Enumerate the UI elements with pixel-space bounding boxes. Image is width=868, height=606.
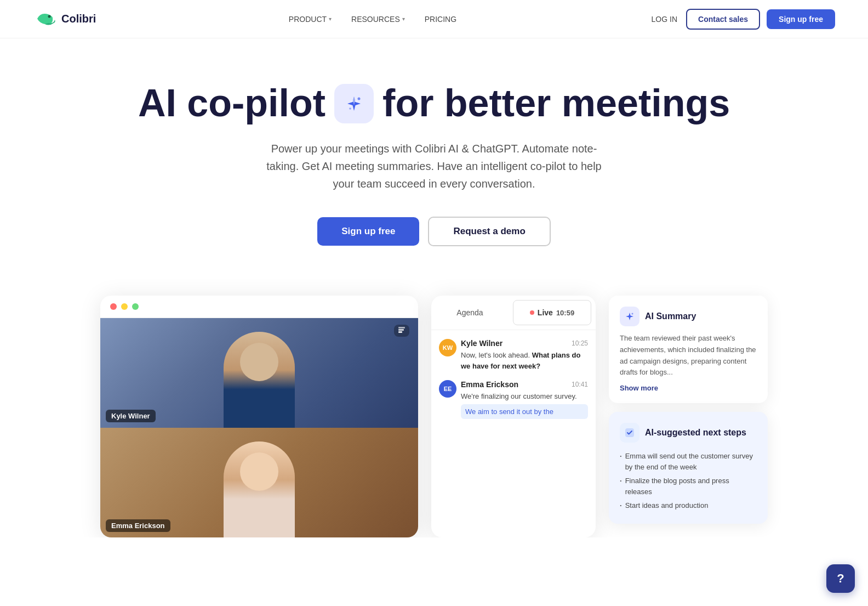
navbar: Colibri PRODUCT ▾ RESOURCES ▾ PRICING LO…	[0, 0, 868, 38]
hero-subtitle: Power up your meetings with Colibri AI &…	[259, 140, 609, 192]
meeting-video-card: Kyle Wilner Emma Erickson	[100, 296, 418, 537]
nav-actions: LOG IN Contact sales Sign up free	[649, 9, 835, 30]
logo-icon	[33, 9, 57, 30]
step-1: Emma will send out the customer survey b…	[620, 449, 757, 474]
hero-buttons: Sign up free Request a demo	[317, 217, 551, 246]
svg-point-1	[358, 97, 361, 100]
svg-point-3	[632, 313, 633, 315]
demo-section: Kyle Wilner Emma Erickson Agenda Live 10…	[0, 279, 868, 537]
logo[interactable]: Colibri	[33, 9, 96, 30]
kyle-label: Kyle Wilner	[106, 410, 156, 422]
transcript-message-emma: EE Emma Erickson 10:41 We're finalizing …	[439, 380, 588, 419]
transcript-message-kyle: KW Kyle Wilner 10:25 Now, let's look ahe…	[439, 339, 588, 371]
resources-chevron: ▾	[402, 16, 405, 22]
step-2: Finalize the blog posts and press releas…	[620, 474, 757, 499]
brand-name: Colibri	[61, 13, 96, 25]
ai-summary-title: AI Summary	[645, 312, 696, 321]
ai-steps-header: AI-suggested next steps	[620, 423, 757, 443]
login-button[interactable]: LOG IN	[649, 10, 679, 28]
dot-red	[110, 303, 117, 310]
svg-point-2	[349, 107, 351, 110]
ai-summary-icon	[620, 307, 639, 326]
tab-live[interactable]: Live 10:59	[513, 300, 591, 325]
emma-message-text: We're finalizing our customer survey.	[461, 391, 588, 402]
kyle-avatar: KW	[439, 339, 456, 356]
contact-sales-button[interactable]: Contact sales	[686, 9, 760, 30]
transcript-header: Agenda Live 10:59	[431, 296, 596, 330]
request-demo-button[interactable]: Request a demo	[428, 217, 550, 246]
ai-sparkle-badge	[334, 84, 374, 123]
kyle-time: 10:25	[572, 339, 588, 347]
tab-agenda[interactable]: Agenda	[431, 301, 509, 325]
ai-panels: AI Summary The team reviewed their past …	[609, 296, 768, 537]
kyle-video-tile: Kyle Wilner	[100, 318, 418, 428]
nav-product[interactable]: PRODUCT ▾	[289, 15, 332, 24]
emma-video-tile: Emma Erickson	[100, 428, 418, 537]
ai-summary-header: AI Summary	[620, 307, 757, 326]
kyle-name: Kyle Wilner	[461, 339, 502, 348]
emma-avatar: EE	[439, 380, 456, 398]
ai-summary-panel: AI Summary The team reviewed their past …	[609, 296, 768, 403]
nav-links: PRODUCT ▾ RESOURCES ▾ PRICING	[289, 15, 456, 24]
signup-hero-button[interactable]: Sign up free	[317, 217, 419, 246]
card-header	[100, 296, 418, 318]
kyle-message-text: Now, let's look ahead. What plans do we …	[461, 350, 588, 371]
dot-green	[132, 303, 139, 310]
emma-label: Emma Erickson	[106, 519, 170, 532]
emma-name: Emma Erickson	[461, 380, 518, 389]
show-more-button[interactable]: Show more	[620, 384, 757, 392]
ai-summary-text: The team reviewed their past week's achi…	[620, 333, 757, 378]
transcript-panel: Agenda Live 10:59 KW Kyle Wilner 10:25	[431, 296, 596, 537]
signup-nav-button[interactable]: Sign up free	[767, 9, 835, 29]
transcript-body: KW Kyle Wilner 10:25 Now, let's look ahe…	[431, 330, 596, 427]
dot-yellow	[121, 303, 128, 310]
hero-title: AI co-pilot for better meetings	[138, 82, 730, 124]
svg-point-0	[48, 15, 51, 18]
live-indicator	[530, 310, 534, 315]
ai-steps-list: Emma will send out the customer survey b…	[620, 449, 757, 513]
emma-message-highlighted: We aim to send it out by the	[461, 404, 588, 419]
nav-pricing[interactable]: PRICING	[425, 15, 456, 24]
hero-section: AI co-pilot for better meetings Power up…	[0, 38, 868, 279]
step-3: Start ideas and production	[620, 499, 757, 513]
product-chevron: ▾	[329, 16, 332, 22]
ai-steps-icon	[620, 423, 639, 443]
nav-resources[interactable]: RESOURCES ▾	[351, 15, 405, 24]
ai-next-steps-panel: AI-suggested next steps Emma will send o…	[609, 412, 768, 524]
ai-steps-title: AI-suggested next steps	[645, 428, 746, 438]
emma-time: 10:41	[572, 381, 588, 388]
